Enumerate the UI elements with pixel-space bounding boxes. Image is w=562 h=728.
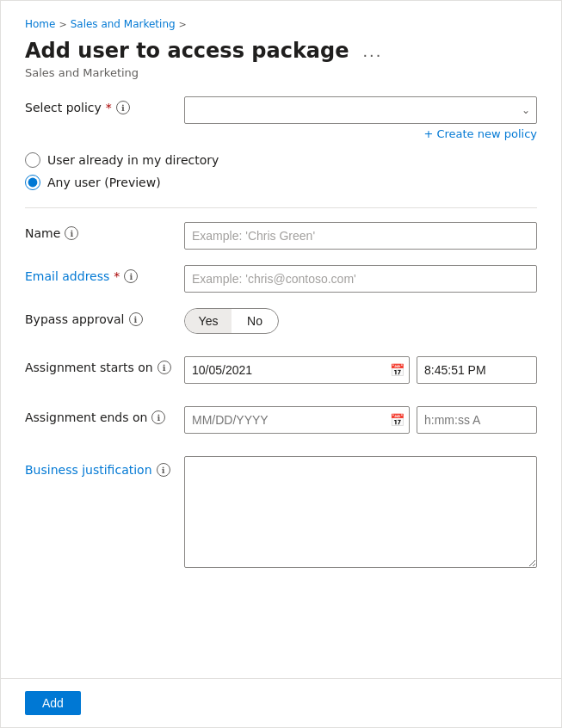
assignment-starts-control: 📅 (184, 356, 537, 384)
ellipsis-button[interactable]: ... (358, 40, 388, 63)
breadcrumb: Home > Sales and Marketing > (25, 18, 537, 30)
name-input[interactable] (184, 222, 537, 250)
bypass-approval-row: Bypass approval ℹ Yes No (25, 308, 537, 334)
radio-user-in-directory-label: User already in my directory (47, 153, 219, 167)
business-justification-control (184, 456, 537, 571)
radio-any-user-label: Any user (Preview) (47, 176, 161, 189)
bypass-approval-control: Yes No (184, 308, 537, 334)
ends-date-wrapper: 📅 (184, 406, 410, 434)
select-policy-row: Select policy * ℹ ⌄ + Create new policy (25, 96, 537, 140)
name-info-icon[interactable]: ℹ (65, 226, 78, 240)
ends-time-input[interactable] (417, 406, 537, 434)
assignment-starts-row: Assignment starts on ℹ 📅 (25, 356, 537, 384)
email-required-star: * (114, 269, 120, 283)
starts-date-input[interactable] (184, 356, 410, 384)
radio-section: User already in my directory Any user (P… (25, 152, 537, 190)
assignment-ends-label: Assignment ends on ℹ (25, 406, 184, 424)
email-control (184, 265, 537, 293)
add-button[interactable]: Add (25, 691, 81, 715)
ends-date-input[interactable] (184, 406, 410, 434)
assignment-ends-control: 📅 (184, 406, 537, 434)
email-label: Email address * ℹ (25, 265, 184, 283)
breadcrumb-sep-1: > (59, 19, 66, 30)
bypass-approval-no[interactable]: No (232, 309, 278, 333)
starts-date-wrapper: 📅 (184, 356, 410, 384)
name-label: Name ℹ (25, 222, 184, 240)
divider-1 (25, 207, 537, 208)
business-justification-textarea[interactable] (184, 456, 537, 568)
page-subtitle: Sales and Marketing (25, 66, 537, 79)
page-header: Add user to access package ... (25, 39, 537, 63)
select-policy-info-icon[interactable]: ℹ (116, 101, 130, 114)
assignment-ends-info-icon[interactable]: ℹ (151, 410, 165, 424)
assignment-starts-label: Assignment starts on ℹ (25, 356, 184, 374)
breadcrumb-sep-2: > (179, 19, 187, 30)
assignment-starts-date-time: 📅 (184, 356, 537, 384)
name-row: Name ℹ (25, 222, 537, 250)
breadcrumb-home[interactable]: Home (25, 18, 55, 30)
breadcrumb-sales[interactable]: Sales and Marketing (71, 18, 176, 30)
bypass-approval-toggle: Yes No (184, 308, 279, 334)
email-input[interactable] (184, 265, 537, 293)
name-control (184, 222, 537, 250)
bypass-approval-info-icon[interactable]: ℹ (129, 312, 143, 326)
radio-any-user[interactable]: Any user (Preview) (25, 175, 537, 190)
bypass-approval-yes[interactable]: Yes (185, 309, 232, 333)
select-policy-control: ⌄ + Create new policy (184, 96, 537, 140)
radio-user-in-directory[interactable]: User already in my directory (25, 152, 537, 168)
select-policy-label: Select policy * ℹ (25, 96, 184, 114)
bypass-approval-label: Bypass approval ℹ (25, 308, 184, 326)
assignment-starts-info-icon[interactable]: ℹ (157, 361, 171, 374)
page-title: Add user to access package (25, 39, 349, 63)
email-info-icon[interactable]: ℹ (124, 269, 138, 283)
footer-bar: Add (0, 678, 562, 728)
business-justification-info-icon[interactable]: ℹ (157, 463, 170, 477)
radio-user-in-directory-input[interactable] (25, 152, 40, 168)
starts-time-input[interactable] (417, 356, 537, 384)
business-justification-row: Business justification ℹ (25, 456, 537, 571)
create-new-policy-link[interactable]: + Create new policy (184, 127, 537, 140)
policy-dropdown-wrapper: ⌄ (184, 96, 537, 124)
assignment-ends-date-time: 📅 (184, 406, 537, 434)
assignment-ends-row: Assignment ends on ℹ 📅 (25, 406, 537, 434)
business-justification-label: Business justification ℹ (25, 456, 184, 477)
required-star: * (106, 101, 112, 114)
radio-any-user-input[interactable] (25, 175, 40, 190)
email-row: Email address * ℹ (25, 265, 537, 293)
policy-dropdown[interactable] (184, 96, 537, 124)
